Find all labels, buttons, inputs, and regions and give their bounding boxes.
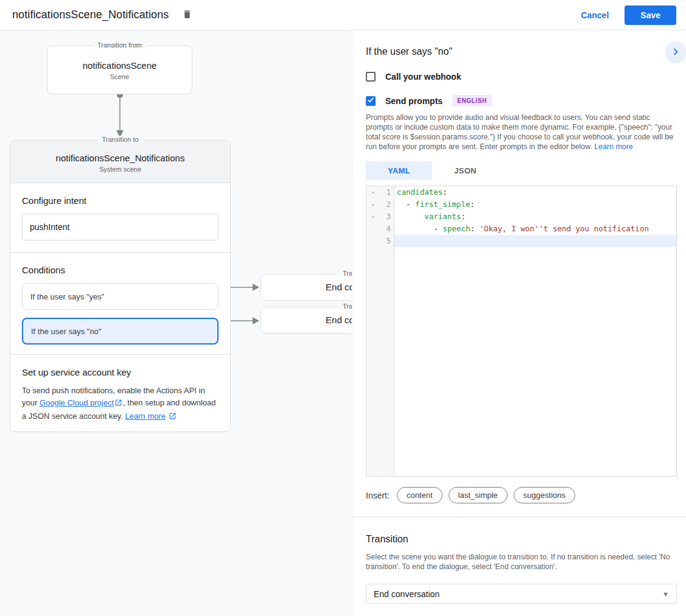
transition-from-legend: Transition from (93, 41, 147, 49)
gutter-row: ▾3 (366, 211, 394, 223)
transition-to-legend: Transition to (97, 136, 143, 143)
gutter-row: ▾2 (366, 198, 394, 211)
prompts-description: Prompts allow you to provide audio and v… (366, 113, 677, 152)
code-token: variants (424, 212, 461, 221)
external-link-icon (169, 411, 177, 424)
panel-title: If the user says "no" (366, 46, 452, 57)
service-account-title: Set up service account key (22, 367, 219, 377)
line-number: 2 (380, 200, 394, 209)
insert-chip-last-simple[interactable]: last_simple (449, 487, 508, 503)
tab-yaml[interactable]: YAML (366, 161, 432, 180)
insert-label: Insert: (366, 491, 390, 500)
condition-item-yes[interactable]: If the user says "yes" (22, 283, 219, 310)
editor-gutter: ▾1▾2▾345 (366, 186, 394, 476)
code-token: 'Okay, I won''t send you notification (479, 224, 648, 233)
conditions-label: Conditions (22, 265, 219, 275)
trash-icon (182, 9, 192, 21)
gutter-row: 4 (366, 223, 394, 235)
code-token: speech (443, 224, 470, 233)
conditions-section: Conditions If the user says "yes" If the… (10, 253, 230, 345)
page-title: notificationsScene_Notifications (12, 9, 169, 21)
webhook-row: Call your webhook (366, 72, 677, 82)
condition-editor-panel: If the user says "no" Call your webhook … (352, 30, 686, 616)
code-token (397, 212, 424, 221)
checkmark-icon (366, 96, 375, 107)
scene-card-header: Transition to notificationsScene_Notific… (10, 141, 230, 183)
google-cloud-project-link[interactable]: Google Cloud project (40, 398, 114, 407)
learn-more-link[interactable]: Learn more (125, 411, 166, 421)
line-number: 4 (380, 225, 394, 233)
from-scene-type: Scene (47, 73, 192, 80)
scene-type: System scene (10, 166, 230, 173)
service-account-text: To send push notifications, enable the A… (22, 385, 219, 424)
panel-title-row: If the user says "no" (366, 30, 677, 57)
end-conversation-label: End conversation (261, 315, 352, 325)
send-prompts-label: Send prompts (385, 96, 443, 106)
save-button[interactable]: Save (625, 5, 676, 25)
code-token: first_simple (415, 200, 470, 209)
external-link-icon (114, 398, 122, 410)
transition-title: Transition (366, 534, 677, 545)
code-line[interactable]: - first_simple: (394, 198, 676, 211)
code-line[interactable] (394, 235, 676, 247)
cancel-button[interactable]: Cancel (581, 10, 609, 20)
code-token: - (397, 224, 443, 233)
line-number: 5 (380, 237, 394, 245)
line-number: 3 (380, 212, 394, 221)
code-token: - (397, 200, 415, 209)
line-number: 1 (380, 188, 394, 197)
code-token: candidates (397, 187, 443, 197)
transition-to-legend: Transition to (338, 270, 352, 277)
service-account-section: Set up service account key To send push … (10, 355, 230, 424)
collapse-panel-button[interactable] (665, 41, 686, 63)
dropdown-caret-icon: ▼ (662, 590, 669, 598)
fold-toggle-icon[interactable]: ▾ (366, 190, 380, 195)
delete-scene-button[interactable] (178, 7, 195, 24)
editor-code-area[interactable]: candidates: - first_simple: variants: - … (394, 186, 676, 247)
configure-intent-label: Configure intent (22, 195, 219, 206)
insert-chip-content[interactable]: content (397, 487, 443, 503)
end-conversation-label: End conversation (261, 282, 352, 292)
chevron-right-icon (669, 45, 682, 60)
code-token: : (461, 212, 466, 221)
call-webhook-label: Call your webhook (385, 72, 461, 82)
transition-select[interactable]: End conversation ▼ (366, 584, 677, 604)
code-token: : (470, 200, 475, 209)
code-token: : (443, 187, 447, 197)
scene-name: notificationsScene_Notifications (10, 141, 230, 163)
prompt-code-editor[interactable]: ▾1▾2▾345 candidates: - first_simple: var… (366, 186, 677, 477)
configure-intent-section: Configure intent pushIntent (10, 183, 230, 240)
gutter-row: ▾1 (366, 186, 394, 198)
insert-row: Insert: content last_simple suggestions (366, 487, 677, 503)
transition-from-node[interactable]: Transition from notificationsScene Scene (47, 46, 192, 94)
send-prompts-row: Send prompts ENGLISH (366, 95, 677, 107)
intent-item[interactable]: pushIntent (22, 214, 219, 240)
insert-chip-suggestions[interactable]: suggestions (514, 487, 575, 503)
language-badge: ENGLISH (452, 95, 492, 107)
editor-format-tabs: YAML JSON (366, 161, 677, 180)
call-webhook-checkbox[interactable] (366, 72, 376, 82)
end-conversation-node-yes[interactable]: Transition to End conversation (261, 274, 352, 301)
from-scene-name: notificationsScene (47, 60, 192, 71)
scene-card: Transition to notificationsScene_Notific… (10, 140, 231, 432)
panel-divider (352, 517, 686, 517)
condition-item-no[interactable]: If the user says "no" (22, 318, 219, 345)
transition-to-legend: Transition to (338, 303, 352, 310)
fold-toggle-icon[interactable]: ▾ (366, 214, 380, 220)
code-line[interactable]: candidates: (394, 186, 676, 198)
gutter-row: 5 (366, 235, 394, 247)
send-prompts-checkbox[interactable] (366, 96, 376, 106)
code-line[interactable]: variants: (394, 211, 676, 223)
prompts-learn-more-link[interactable]: Learn more (594, 142, 632, 151)
transition-description: Select the scene you want the dialogue t… (366, 552, 677, 572)
fold-toggle-icon[interactable]: ▾ (366, 202, 380, 208)
code-line[interactable]: - speech: 'Okay, I won''t send you notif… (394, 223, 676, 235)
transition-select-value: End conversation (374, 589, 662, 599)
tab-json[interactable]: JSON (432, 161, 499, 180)
scene-flow-canvas: Transition from notificationsScene Scene… (0, 30, 352, 616)
end-conversation-node-no[interactable]: Transition to End conversation (261, 307, 352, 334)
code-token: : (470, 224, 479, 233)
top-bar: notificationsScene_Notifications Cancel … (0, 0, 686, 30)
